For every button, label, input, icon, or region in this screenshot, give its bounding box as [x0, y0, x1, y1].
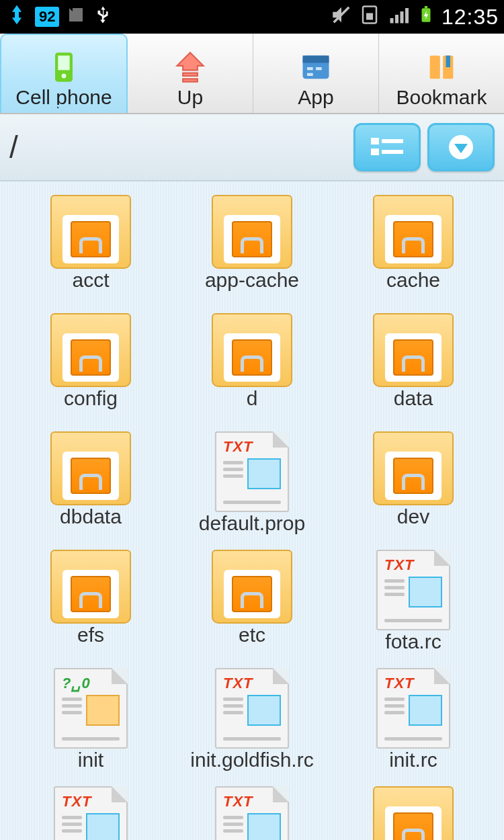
folder-icon [373, 313, 454, 387]
file-label: init.goldfish.rc [190, 749, 313, 771]
up-icon [173, 48, 208, 86]
file-label: app-cache [205, 269, 299, 292]
tab-label: Bookmark [396, 86, 487, 109]
file-item[interactable]: dbdata [13, 431, 168, 546]
sdcard-icon [66, 5, 86, 30]
charge-icon [417, 3, 435, 31]
status-bar: 92 12:35 [0, 0, 504, 34]
tab-label: Up [177, 86, 203, 109]
svg-rect-4 [400, 11, 403, 24]
folder-icon [212, 313, 292, 387]
txt-file-icon: TXT [215, 431, 289, 512]
tab-app[interactable]: App [253, 34, 379, 113]
file-item[interactable]: TXT init.goldfish.rc [175, 668, 329, 782]
svg-rect-19 [371, 138, 379, 144]
svg-rect-16 [430, 56, 440, 79]
file-label: default.prop [199, 512, 305, 535]
folder-icon [50, 313, 131, 387]
folder-icon [373, 786, 454, 840]
tab-label: Cell phone [15, 86, 112, 109]
tab-label: App [298, 86, 333, 109]
file-item[interactable]: d [175, 313, 329, 427]
file-label: fota.rc [385, 630, 441, 653]
file-item[interactable]: data [336, 313, 491, 427]
file-label: data [394, 387, 433, 410]
file-item[interactable] [336, 786, 491, 840]
file-label: dev [397, 505, 429, 528]
file-label: cache [386, 269, 440, 292]
unknown-file-icon: ?␣0 [54, 668, 128, 749]
view-toggle-button[interactable] [353, 123, 421, 171]
status-clock: 12:35 [442, 5, 499, 30]
path-bar: / [0, 114, 504, 181]
bookmark-icon [424, 48, 459, 86]
svg-rect-2 [390, 18, 393, 24]
folder-icon [50, 431, 131, 505]
phone-icon [46, 48, 81, 86]
file-item[interactable]: app-cache [175, 195, 329, 309]
mute-icon [330, 3, 353, 31]
svg-rect-18 [446, 56, 451, 67]
folder-icon [50, 550, 131, 624]
txt-file-icon: TXT [215, 668, 289, 749]
usb-icon [93, 2, 113, 32]
signal-icon [386, 5, 411, 30]
file-label: acct [72, 269, 109, 292]
svg-rect-3 [395, 15, 398, 24]
txt-file-icon: TXT [215, 786, 289, 840]
file-item[interactable]: efs [13, 550, 168, 664]
folder-icon [373, 195, 454, 269]
svg-rect-1 [366, 13, 373, 19]
tab-cell-phone[interactable]: Cell phone [0, 34, 128, 113]
file-label: init.rc [389, 749, 437, 771]
svg-rect-13 [307, 67, 313, 70]
file-item[interactable]: dev [336, 431, 491, 546]
battery-badge: 92 [35, 7, 59, 27]
file-item[interactable]: TXT fota.rc [336, 550, 491, 664]
svg-rect-21 [371, 149, 379, 155]
file-area[interactable]: acct app-cache cache config d data dbdat… [0, 181, 504, 840]
toolbar: Cell phone Up App Bookmark [0, 34, 504, 114]
dropdown-button[interactable] [427, 123, 495, 171]
file-item[interactable]: TXT [13, 786, 168, 840]
txt-file-icon: TXT [54, 786, 128, 840]
file-item[interactable]: TXT init.rc [336, 668, 491, 782]
app-icon [298, 48, 333, 86]
folder-icon [373, 431, 454, 505]
file-item[interactable]: TXT [175, 786, 329, 840]
file-item[interactable]: etc [175, 550, 329, 664]
svg-point-10 [62, 74, 67, 79]
tab-up[interactable]: Up [128, 34, 253, 113]
sim-icon [360, 3, 380, 31]
file-item[interactable]: TXT default.prop [175, 431, 329, 546]
svg-rect-7 [425, 6, 427, 8]
file-label: dbdata [60, 505, 122, 528]
file-label: d [247, 387, 258, 410]
folder-icon [50, 195, 131, 269]
sync-icon [5, 3, 28, 31]
file-item[interactable]: acct [13, 195, 168, 309]
txt-file-icon: TXT [376, 550, 450, 630]
file-label: etc [239, 624, 265, 646]
svg-rect-20 [382, 139, 403, 143]
folder-icon [212, 550, 292, 624]
file-item[interactable]: config [13, 313, 168, 427]
svg-rect-22 [382, 150, 403, 154]
file-label: init [78, 749, 103, 771]
svg-rect-9 [58, 56, 69, 71]
txt-file-icon: TXT [376, 668, 450, 749]
file-label: config [64, 387, 118, 410]
file-item[interactable]: cache [336, 195, 491, 309]
svg-rect-5 [405, 8, 409, 24]
file-label: efs [77, 624, 104, 646]
svg-rect-15 [316, 67, 322, 70]
folder-icon [212, 195, 292, 269]
tab-bookmark[interactable]: Bookmark [379, 34, 504, 113]
file-item[interactable]: ?␣0 init [13, 668, 168, 782]
current-path: / [9, 129, 347, 165]
svg-rect-14 [307, 73, 313, 76]
svg-rect-12 [303, 56, 329, 63]
